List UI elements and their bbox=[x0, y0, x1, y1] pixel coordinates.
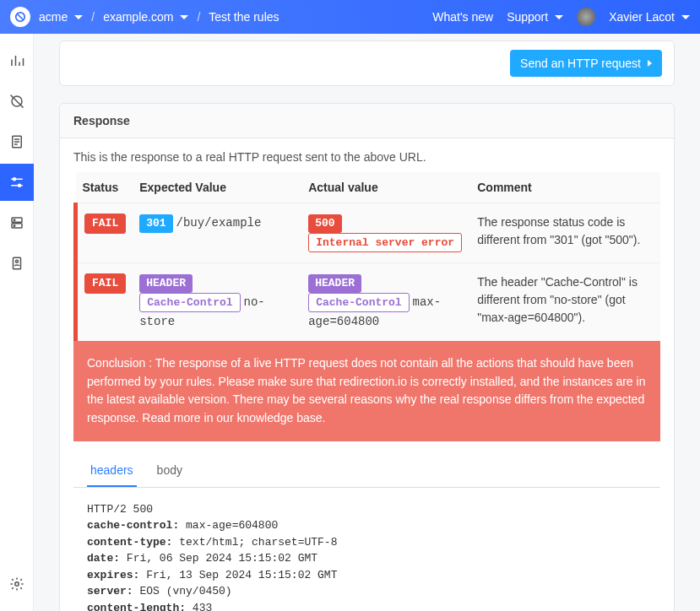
header-line: date: Fri, 06 Sep 2024 15:15:02 GMT bbox=[87, 550, 647, 567]
action-card: Send an HTTP request bbox=[59, 41, 675, 86]
sidebar-item-server[interactable] bbox=[0, 204, 34, 241]
headers-output: HTTP/2 500 cache-control: max-age=604800… bbox=[73, 488, 660, 611]
breadcrumb-domain-label: example.com bbox=[103, 10, 173, 24]
tab-body[interactable]: body bbox=[154, 455, 186, 487]
send-request-button[interactable]: Send an HTTP request bbox=[510, 50, 662, 77]
expected-code-badge: 301 bbox=[139, 214, 172, 233]
sidebar-item-sliders[interactable] bbox=[0, 164, 34, 201]
breadcrumb-separator: / bbox=[88, 10, 98, 24]
support-menu[interactable]: Support bbox=[507, 10, 563, 24]
svg-point-14 bbox=[14, 219, 15, 221]
table-row: FAIL 301 /buy/example 500 Internal serve… bbox=[76, 203, 661, 263]
results-table: Status Expected Value Actual value Comme… bbox=[73, 172, 660, 341]
svg-point-11 bbox=[18, 184, 20, 187]
conclusion-banner: Conclusion : The response of a live HTTP… bbox=[73, 341, 660, 441]
th-comment: Comment bbox=[470, 172, 660, 203]
header-name-badge: Cache-Control bbox=[308, 293, 409, 313]
breadcrumb-org[interactable]: acme bbox=[39, 10, 83, 24]
header-key: content-length: bbox=[87, 602, 186, 611]
response-card-title: Response bbox=[60, 104, 674, 138]
table-row: FAIL HEADER Cache-Control no-store HEADE… bbox=[76, 263, 661, 342]
avatar[interactable] bbox=[577, 8, 595, 26]
sidebar-item-settings[interactable] bbox=[0, 565, 34, 603]
http-status-line: HTTP/2 500 bbox=[87, 501, 647, 518]
header-value: Fri, 13 Sep 2024 15:15:02 GMT bbox=[146, 569, 337, 581]
th-actual: Actual value bbox=[301, 172, 470, 203]
breadcrumb-page-label: Test the rules bbox=[209, 10, 279, 24]
breadcrumb-separator: / bbox=[193, 10, 203, 24]
breadcrumb-page[interactable]: Test the rules bbox=[209, 10, 279, 24]
row-comment: The header "Cache-Control" is different … bbox=[470, 263, 660, 342]
whats-new-link[interactable]: What's new bbox=[432, 10, 493, 24]
sidebar-item-document[interactable] bbox=[0, 123, 34, 160]
header-value: Fri, 06 Sep 2024 15:15:02 GMT bbox=[127, 552, 317, 565]
breadcrumb: acme / example.com / Test the rules bbox=[39, 10, 432, 24]
header-value: max-age=604800 bbox=[186, 519, 278, 532]
header-line: content-length: 433 bbox=[87, 600, 647, 611]
expected-path: /buy/example bbox=[176, 216, 262, 230]
header-key: expires: bbox=[87, 569, 139, 581]
header-value: EOS (vny/0450) bbox=[139, 585, 231, 597]
response-intro: This is the response to a real HTTP requ… bbox=[73, 150, 660, 164]
svg-point-17 bbox=[15, 260, 18, 262]
tab-headers[interactable]: headers bbox=[87, 455, 137, 487]
sidebar-item-target[interactable] bbox=[0, 83, 34, 120]
main-content: Send an HTTP request Response This is th… bbox=[34, 34, 700, 611]
chevron-right-icon bbox=[648, 60, 652, 67]
header-line: content-type: text/html; charset=UTF-8 bbox=[87, 534, 647, 551]
header-name-badge: Cache-Control bbox=[139, 293, 240, 313]
breadcrumb-domain[interactable]: example.com bbox=[103, 10, 188, 24]
th-expected: Expected Value bbox=[133, 172, 301, 203]
status-badge: FAIL bbox=[84, 273, 126, 294]
status-badge: FAIL bbox=[84, 214, 126, 234]
svg-line-1 bbox=[18, 14, 24, 20]
sidebar bbox=[0, 34, 34, 611]
sidebar-item-badge[interactable] bbox=[0, 245, 34, 282]
chevron-down-icon bbox=[681, 15, 690, 19]
actual-error-badge: Internal server error bbox=[308, 233, 462, 253]
header-key: date: bbox=[87, 552, 120, 565]
svg-point-18 bbox=[14, 582, 19, 587]
header-value: text/html; charset=UTF-8 bbox=[179, 536, 337, 549]
response-tabs: headers body bbox=[73, 455, 660, 488]
svg-point-9 bbox=[13, 178, 15, 181]
row-comment: The response status code is different fr… bbox=[470, 203, 660, 263]
sidebar-item-analytics[interactable] bbox=[0, 42, 34, 79]
app-logo[interactable] bbox=[10, 7, 30, 27]
header-line: cache-control: max-age=604800 bbox=[87, 517, 647, 534]
header-key: cache-control: bbox=[87, 519, 179, 532]
svg-point-15 bbox=[14, 225, 15, 227]
top-bar: acme / example.com / Test the rules What… bbox=[0, 0, 700, 34]
header-key: server: bbox=[87, 585, 133, 597]
response-card: Response This is the response to a real … bbox=[59, 103, 675, 611]
chevron-down-icon bbox=[74, 15, 83, 19]
user-menu[interactable]: Xavier Lacot bbox=[609, 10, 690, 24]
chevron-down-icon bbox=[180, 15, 188, 19]
actual-code-badge: 500 bbox=[308, 214, 341, 233]
th-status: Status bbox=[76, 172, 133, 203]
header-badge: HEADER bbox=[308, 274, 361, 293]
header-value: 433 bbox=[193, 602, 212, 611]
header-line: server: EOS (vny/0450) bbox=[87, 583, 647, 600]
header-line: expires: Fri, 13 Sep 2024 15:15:02 GMT bbox=[87, 567, 647, 584]
user-name: Xavier Lacot bbox=[609, 10, 675, 24]
header-key: content-type: bbox=[87, 536, 172, 549]
support-label: Support bbox=[507, 10, 548, 24]
header-badge: HEADER bbox=[139, 274, 193, 293]
chevron-down-icon bbox=[555, 15, 563, 19]
topbar-right: What's new Support Xavier Lacot bbox=[432, 8, 690, 26]
send-request-label: Send an HTTP request bbox=[520, 57, 641, 70]
breadcrumb-org-label: acme bbox=[39, 10, 68, 24]
